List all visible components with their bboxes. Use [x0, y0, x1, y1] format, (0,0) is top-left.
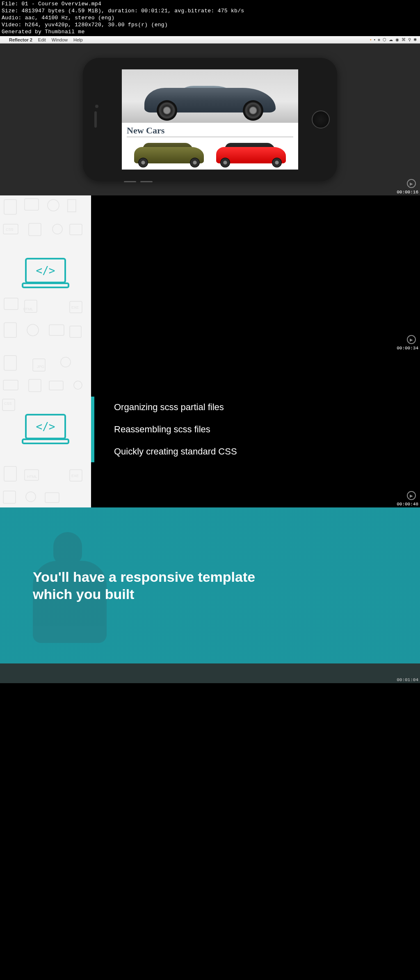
- mac-status-icons: ▪ ▪ ⎈ ⬡ ☁ ◉ ⌘ ⚲ ✱: [370, 37, 417, 42]
- car-red-sports: [212, 139, 290, 168]
- mac-menubar: Reflector 2 Edit Window Help ▪ ▪ ⎈ ⬡ ☁ ◉…: [0, 36, 420, 44]
- thumbnail-frame-4: You'll have a responsive template which …: [0, 507, 420, 663]
- iphone-volume-button: [124, 181, 136, 182]
- status-icon[interactable]: ⎈: [378, 37, 380, 42]
- video-line: Video: h264, yuv420p, 1280x720, 30.00 fp…: [2, 22, 418, 29]
- slide-headline: You'll have a responsive template which …: [33, 568, 279, 603]
- video-metadata: File: 01 - Course Overview.mp4 Size: 481…: [0, 0, 420, 36]
- bottom-bar: 00:01:04: [0, 663, 420, 683]
- svg-text:CSS: CSS: [4, 402, 12, 406]
- timestamp-label: 00:00:34: [397, 346, 418, 351]
- svg-rect-16: [70, 326, 81, 337]
- svg-text:EXE: EXE: [71, 305, 79, 310]
- svg-point-2: [48, 200, 59, 211]
- new-cars-heading: New Cars: [127, 125, 293, 136]
- svg-text:JPG: JPG: [37, 365, 44, 369]
- bullet-3: Quickly creating standard CSS: [114, 446, 420, 457]
- iphone-camera: [95, 105, 98, 108]
- svg-text:</>: </>: [36, 420, 55, 433]
- thumbnail-frame-3: JPG CSS HTMLEXE </> Organizing scss part…: [0, 351, 420, 507]
- svg-rect-5: [29, 223, 41, 236]
- svg-rect-20: [4, 356, 16, 370]
- menu-edit[interactable]: Edit: [38, 37, 46, 42]
- svg-rect-26: [49, 381, 63, 390]
- svg-rect-18: [23, 283, 68, 287]
- menu-window[interactable]: Window: [52, 37, 68, 42]
- car-row: [127, 139, 293, 168]
- divider: [127, 137, 293, 137]
- svg-point-23: [61, 357, 71, 367]
- slide-right-black: [91, 195, 420, 351]
- status-icon[interactable]: ✱: [413, 37, 417, 42]
- audio-line: Audio: aac, 44100 Hz, stereo (eng): [2, 15, 418, 22]
- svg-text:</>: </>: [36, 264, 55, 277]
- slide-content: Organizing scss partial files Reassembli…: [91, 351, 420, 507]
- svg-point-6: [52, 224, 62, 234]
- wifi-icon[interactable]: ◉: [395, 37, 399, 42]
- svg-text:EXE: EXE: [71, 474, 79, 478]
- thumbnail-frame-2: CSS HTMLEXE </> ▶ 00:00:34: [0, 195, 420, 351]
- thumbnail-frame-1: New Cars: [0, 44, 420, 195]
- status-icon[interactable]: ▪: [374, 37, 375, 42]
- dropbox-icon[interactable]: ⬡: [383, 37, 386, 42]
- accent-bar: [91, 397, 94, 462]
- svg-rect-39: [23, 439, 68, 443]
- iphone-mockup: New Cars: [83, 58, 337, 181]
- svg-text:CSS: CSS: [6, 227, 14, 232]
- play-icon[interactable]: ▶: [407, 179, 416, 188]
- svg-point-36: [26, 492, 36, 502]
- svg-rect-7: [70, 224, 82, 235]
- svg-rect-15: [49, 325, 64, 335]
- iphone-home-button[interactable]: [312, 110, 330, 129]
- timestamp-label: 00:00:48: [397, 502, 418, 507]
- svg-rect-37: [45, 493, 59, 503]
- svg-rect-24: [3, 380, 18, 390]
- app-name[interactable]: Reflector 2: [9, 37, 32, 42]
- svg-rect-13: [4, 323, 16, 337]
- timestamp-label: 00:00:16: [397, 190, 418, 195]
- menu-help[interactable]: Help: [73, 37, 83, 42]
- svg-rect-0: [4, 200, 16, 214]
- slide-left-pattern: JPG CSS HTMLEXE </>: [0, 351, 91, 507]
- file-line: File: 01 - Course Overview.mp4: [2, 1, 418, 8]
- hero-car-image: [122, 69, 298, 123]
- status-icon[interactable]: ▪: [370, 37, 372, 42]
- size-line: Size: 4813947 bytes (4.59 MiB), duration…: [2, 8, 418, 15]
- iphone-volume-button: [140, 181, 153, 182]
- svg-text:HTML: HTML: [27, 475, 37, 479]
- svg-rect-1: [25, 199, 39, 210]
- svg-rect-25: [29, 379, 41, 392]
- car-olive-sedan: [130, 139, 208, 168]
- slide-left-pattern: CSS HTMLEXE </>: [0, 195, 91, 351]
- bluetooth-icon[interactable]: ⌘: [402, 37, 406, 42]
- svg-point-14: [27, 324, 39, 336]
- laptop-code-icon: </>: [21, 256, 70, 291]
- cloud-icon[interactable]: ☁: [389, 37, 393, 42]
- iphone-speaker: [94, 111, 97, 128]
- svg-rect-30: [4, 466, 16, 481]
- iphone-screen: New Cars: [122, 69, 298, 170]
- bullet-1: Organizing scss partial files: [114, 402, 420, 413]
- svg-rect-8: [4, 298, 18, 310]
- generated-line: Generated by Thumbnail me: [2, 29, 418, 36]
- laptop-code-icon: </>: [21, 412, 70, 447]
- svg-rect-35: [3, 491, 16, 503]
- new-cars-section: New Cars: [122, 123, 298, 168]
- timestamp-label: 00:01:04: [397, 677, 418, 682]
- status-icon[interactable]: ⚲: [408, 37, 411, 42]
- bullet-2: Reassembling scss files: [114, 424, 420, 435]
- svg-point-27: [74, 381, 82, 389]
